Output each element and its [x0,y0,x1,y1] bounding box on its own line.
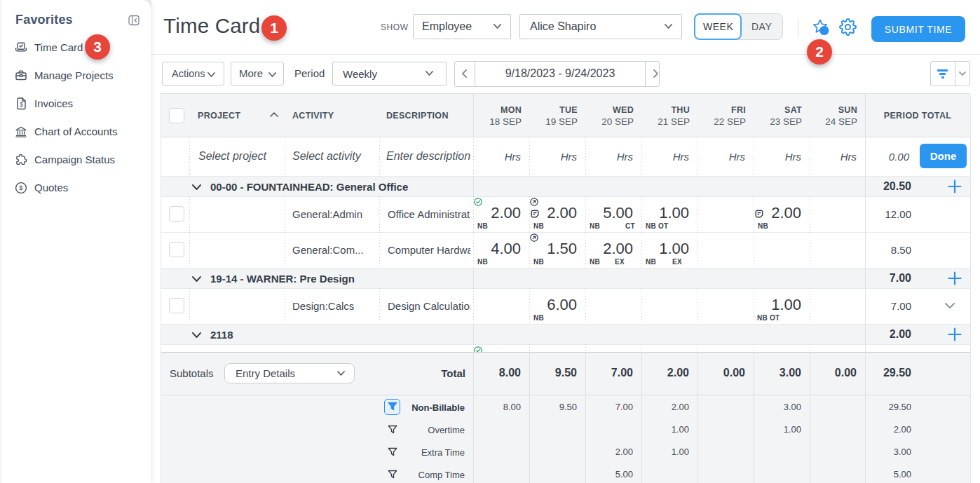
svg-text:$: $ [20,101,23,108]
svg-text:$: $ [19,184,23,191]
